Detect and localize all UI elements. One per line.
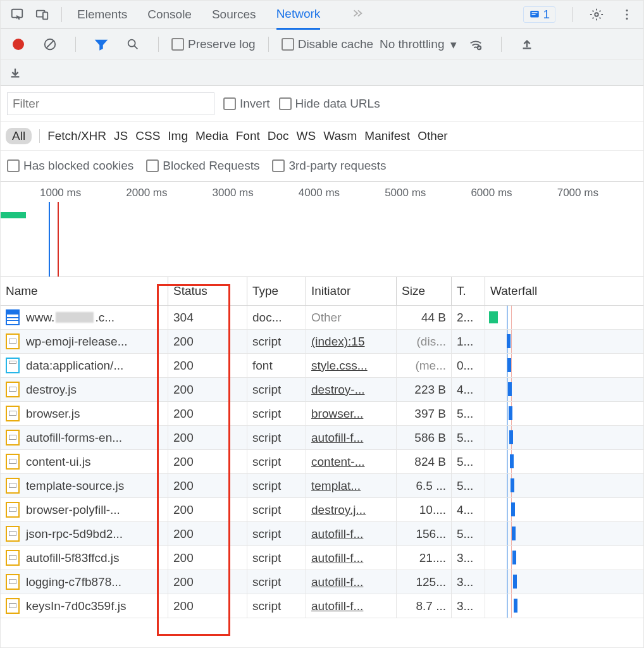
divider [75,37,76,52]
type-img[interactable]: Img [168,129,188,143]
more-tabs-icon[interactable] [344,6,371,23]
request-rows: www..c...304doc...Other44 B2...wp-emoji-… [1,306,643,618]
network-toolbar: Preserve log Disable cache No throttling… [1,29,643,60]
js-file-icon [6,502,20,518]
col-time[interactable]: T. [452,277,485,305]
device-toolbar-icon[interactable] [30,2,55,27]
throttling-dropdown[interactable]: No throttling▾ [380,37,457,52]
js-file-icon [6,430,20,446]
request-row[interactable]: data:application/...200fontstyle.css...(… [1,354,643,378]
request-row[interactable]: www..c...304doc...Other44 B2... [1,306,643,330]
type-fetchxhr[interactable]: Fetch/XHR [47,129,106,143]
type-js[interactable]: JS [114,129,128,143]
request-row[interactable]: destroy.js200scriptdestroy-...223 B4... [1,378,643,402]
request-row[interactable]: logging-c7fb878...200scriptautofill-f...… [1,570,643,594]
overview-activity [1,212,26,218]
issues-badge[interactable]: 1 [523,6,555,23]
tab-console[interactable]: Console [147,1,192,28]
extra-filters: Has blocked cookies Blocked Requests 3rd… [1,151,643,182]
request-row[interactable]: wp-emoji-release...200script(index):15(d… [1,330,643,354]
type-other[interactable]: Other [418,129,448,143]
type-wasm[interactable]: Wasm [323,129,357,143]
preserve-log-checkbox[interactable]: Preserve log [171,37,256,51]
download-har-icon[interactable] [8,60,22,85]
initiator-link[interactable]: style.css... [311,359,368,373]
hide-data-urls-checkbox[interactable]: Hide data URLs [279,97,380,111]
svg-point-6 [626,13,628,15]
table-header: Name Status Type Initiator Size T. Water… [1,277,643,306]
request-row[interactable]: browser-polyfill-...200scriptdestroy.j..… [1,498,643,522]
kebab-menu-icon[interactable] [614,2,640,27]
initiator-link[interactable]: (index):15 [311,335,365,349]
request-row[interactable]: autofill-5f83ffcd.js200scriptautofill-f.… [1,546,643,570]
initiator-link[interactable]: autofill-f... [311,599,363,613]
blocked-cookies-checkbox[interactable]: Has blocked cookies [7,159,133,173]
divider [501,37,502,52]
svg-point-5 [626,9,628,11]
network-conditions-icon[interactable] [463,32,488,57]
invert-checkbox[interactable]: Invert [223,97,270,111]
upload-har-icon[interactable] [514,32,540,57]
disable-cache-checkbox[interactable]: Disable cache [282,37,373,51]
svg-point-10 [478,46,481,50]
type-all[interactable]: All [6,128,32,144]
filter-input[interactable] [7,92,214,115]
initiator-link[interactable]: browser... [311,407,363,421]
js-file-icon [6,382,20,397]
initiator-link[interactable]: autofill-f... [311,527,363,541]
initiator-link[interactable]: autofill-f... [311,431,363,445]
request-row[interactable]: json-rpc-5d9bd2...200scriptautofill-f...… [1,522,643,546]
gear-icon[interactable] [584,2,609,27]
initiator-link[interactable]: destroy.j... [311,503,366,517]
request-row[interactable]: template-source.js200scripttemplat...6.5… [1,474,643,498]
clear-icon[interactable] [37,32,63,57]
search-icon[interactable] [120,32,146,57]
svg-rect-2 [43,12,47,19]
type-media[interactable]: Media [195,129,228,143]
type-font[interactable]: Font [236,129,260,143]
col-initiator[interactable]: Initiator [306,277,397,305]
request-row[interactable]: autofill-forms-en...200scriptautofill-f.… [1,426,643,450]
type-ws[interactable]: WS [297,129,316,143]
col-waterfall[interactable]: Waterfall [485,277,643,305]
type-doc[interactable]: Doc [268,129,289,143]
request-row[interactable]: content-ui.js200scriptcontent-...824 B5.… [1,450,643,474]
js-file-icon [6,598,20,614]
col-size[interactable]: Size [397,277,452,305]
svg-point-9 [128,40,135,47]
initiator-link[interactable]: destroy-... [311,383,364,397]
type-filters: AllFetch/XHRJSCSSImgMediaFontDocWSWasmMa… [1,122,643,151]
initiator-link[interactable]: autofill-f... [311,551,363,565]
initiator-link[interactable]: autofill-f... [311,575,363,589]
filter-icon[interactable] [89,32,114,57]
issues-count: 1 [543,8,550,22]
initiator-link[interactable]: content-... [311,455,365,469]
second-toolbar-row [1,60,643,86]
js-file-icon [6,406,20,421]
svg-point-4 [595,13,598,16]
record-button[interactable] [6,32,31,57]
inspect-element-icon[interactable] [4,2,30,27]
timeline-overview[interactable]: 1000 ms2000 ms3000 ms4000 ms5000 ms6000 … [1,182,643,277]
main-tabs: Elements Console Sources Network [77,0,523,29]
initiator-link[interactable]: templat... [311,479,361,493]
type-css[interactable]: CSS [135,129,160,143]
request-row[interactable]: keysIn-7d0c359f.js200scriptautofill-f...… [1,594,643,618]
js-file-icon [6,526,20,542]
blocked-requests-checkbox[interactable]: Blocked Requests [146,159,259,173]
request-row[interactable]: browser.js200scriptbrowser...397 B5... [1,402,643,426]
col-name[interactable]: Name [1,277,168,305]
tab-elements[interactable]: Elements [77,1,127,28]
js-file-icon [6,550,20,566]
col-status[interactable]: Status [168,277,247,305]
divider [268,37,269,52]
type-manifest[interactable]: Manifest [364,129,410,143]
domcontentloaded-marker [49,202,50,277]
filter-row: Invert Hide data URLs [1,86,643,122]
toolbar-right: 1 [523,2,640,27]
tab-network[interactable]: Network [276,0,321,30]
third-party-checkbox[interactable]: 3rd-party requests [272,159,386,173]
tab-sources[interactable]: Sources [212,1,256,28]
col-type[interactable]: Type [247,277,306,305]
divider [61,7,62,22]
